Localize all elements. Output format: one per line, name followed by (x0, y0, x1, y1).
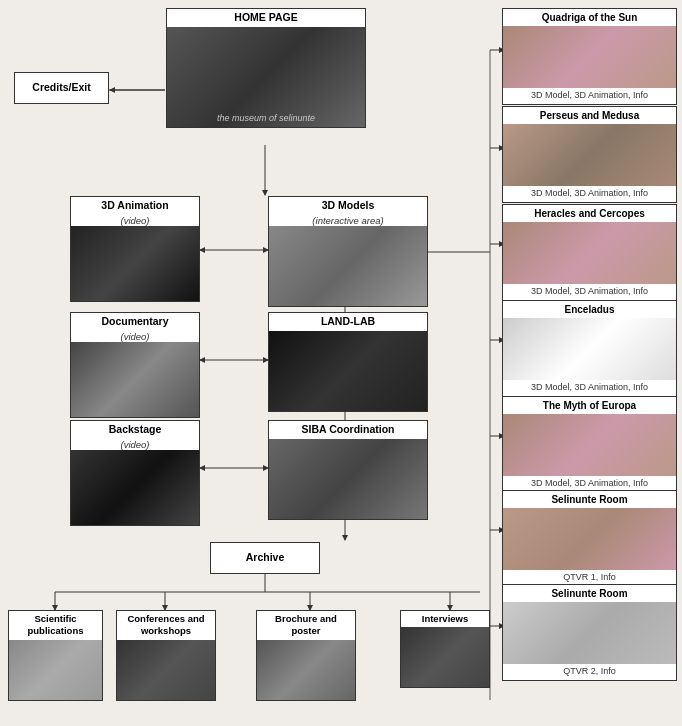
interviews-node[interactable]: Interviews (400, 610, 490, 688)
backstage-label: Backstage (71, 421, 199, 439)
selinunte1-label: Selinunte Room (503, 491, 676, 508)
quadriga-image (503, 26, 676, 88)
conferences-node[interactable]: Conferences and workshops (116, 610, 216, 701)
models-label: 3D Models (269, 197, 427, 215)
backstage-sub: (video) (71, 439, 199, 450)
perseus-image (503, 124, 676, 186)
homepage-node[interactable]: HOME PAGE the museum of selinunte (166, 8, 366, 128)
siba-label: SIBA Coordination (269, 421, 427, 439)
models-node[interactable]: 3D Models (interactive area) (268, 196, 428, 307)
scientific-label: Scientific publications (9, 611, 102, 640)
brochure-image (257, 640, 355, 700)
heracles-image (503, 222, 676, 284)
europa-label: The Myth of Europa (503, 397, 676, 414)
archive-label: Archive (215, 549, 315, 567)
enceladus-label: Enceladus (503, 301, 676, 318)
selinunte2-caption: QTVR 2, Info (503, 664, 676, 680)
animation-label: 3D Animation (71, 197, 199, 215)
homepage-image: the museum of selinunte (167, 27, 365, 127)
brochure-node[interactable]: Brochure and poster (256, 610, 356, 701)
landlab-node[interactable]: LAND-LAB (268, 312, 428, 412)
quadriga-label: Quadriga of the Sun (503, 9, 676, 26)
quadriga-node[interactable]: Quadriga of the Sun 3D Model, 3D Animati… (502, 8, 677, 105)
landlab-label: LAND-LAB (269, 313, 427, 331)
perseus-label: Perseus and Medusa (503, 107, 676, 124)
documentary-label: Documentary (71, 313, 199, 331)
credits-label: Credits/Exit (19, 79, 104, 97)
quadriga-caption: 3D Model, 3D Animation, Info (503, 88, 676, 104)
documentary-sub: (video) (71, 331, 199, 342)
archive-node[interactable]: Archive (210, 542, 320, 574)
heracles-node[interactable]: Heracles and Cercopes 3D Model, 3D Anima… (502, 204, 677, 301)
credits-node[interactable]: Credits/Exit (14, 72, 109, 104)
europa-image (503, 414, 676, 476)
enceladus-caption: 3D Model, 3D Animation, Info (503, 380, 676, 396)
enceladus-node[interactable]: Enceladus 3D Model, 3D Animation, Info (502, 300, 677, 397)
perseus-caption: 3D Model, 3D Animation, Info (503, 186, 676, 202)
enceladus-image (503, 318, 676, 380)
models-image (269, 226, 427, 306)
siba-node[interactable]: SIBA Coordination (268, 420, 428, 520)
selinunte2-label: Selinunte Room (503, 585, 676, 602)
selinunte1-image (503, 508, 676, 570)
selinunte2-image (503, 602, 676, 664)
backstage-image (71, 450, 199, 525)
brochure-label: Brochure and poster (257, 611, 355, 640)
animation-node[interactable]: 3D Animation (video) (70, 196, 200, 302)
animation-sub: (video) (71, 215, 199, 226)
selinunte2-node[interactable]: Selinunte Room QTVR 2, Info (502, 584, 677, 681)
documentary-node[interactable]: Documentary (video) (70, 312, 200, 418)
interviews-image (401, 627, 489, 687)
backstage-node[interactable]: Backstage (video) (70, 420, 200, 526)
heracles-caption: 3D Model, 3D Animation, Info (503, 284, 676, 300)
scientific-node[interactable]: Scientific publications (8, 610, 103, 701)
selinunte1-node[interactable]: Selinunte Room QTVR 1, Info (502, 490, 677, 587)
models-sub: (interactive area) (269, 215, 427, 226)
siba-image (269, 439, 427, 519)
animation-image (71, 226, 199, 301)
landlab-image (269, 331, 427, 411)
europa-node[interactable]: The Myth of Europa 3D Model, 3D Animatio… (502, 396, 677, 493)
heracles-label: Heracles and Cercopes (503, 205, 676, 222)
conferences-image (117, 640, 215, 700)
perseus-node[interactable]: Perseus and Medusa 3D Model, 3D Animatio… (502, 106, 677, 203)
conferences-label: Conferences and workshops (117, 611, 215, 640)
interviews-label: Interviews (401, 611, 489, 627)
scientific-image (9, 640, 102, 700)
documentary-image (71, 342, 199, 417)
diagram-container: HOME PAGE the museum of selinunte Credit… (0, 0, 682, 726)
homepage-label: HOME PAGE (167, 9, 365, 27)
